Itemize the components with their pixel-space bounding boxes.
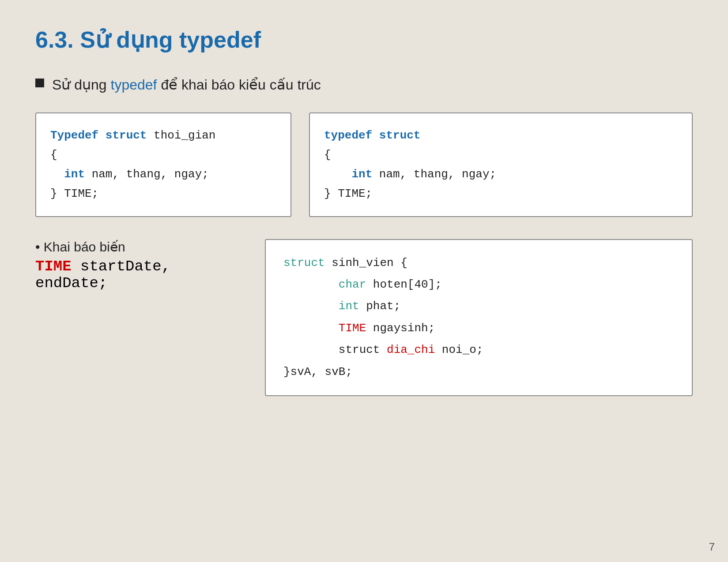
struct-line-1: struct sinh_vien { [283,252,674,274]
code-boxes-row: Typedef struct thoi_gian { int nam, than… [35,112,693,217]
time-label: TIME [35,258,72,275]
struct-line-6: }svA, svB; [283,361,674,383]
code-line-r2: { [324,145,678,165]
int-kw-left: int [64,168,85,181]
struct-line-3: int phat; [283,296,674,317]
int-kw-right: int [351,168,372,181]
page-number: 7 [709,541,715,553]
code-line-r3: int nam, thang, ngay; [324,165,678,184]
bullet-suffix: để khai báo kiểu cấu trúc [161,77,321,93]
khai-bao-code: TIME startDate, endDate; [35,258,247,292]
code-line-4: } TIME; [50,184,276,203]
code-line-3: int nam, thang, ngay; [50,165,276,184]
code-box-right: typedef struct { int nam, thang, ngay; }… [309,112,693,217]
code-line-1: Typedef struct thoi_gian [50,126,276,145]
struct-name-left: thoi_gian [147,129,215,142]
khai-bao-title: • Khai báo biến [35,239,247,255]
dia-chi-kw: dia_chi [387,343,435,356]
bullet-keyword: typedef [111,77,157,93]
struct-line-2: char hoten[40]; [283,274,674,296]
typedef-struct-kw-right: typedef struct [324,129,420,142]
bullet-point: Sử dụng typedef để khai báo kiểu cấu trú… [35,75,693,95]
typedef-struct-kw-left: Typedef struct [50,129,147,142]
struct-code-box: struct sinh_vien { char hoten[40]; int p… [265,239,693,396]
bullet-prefix: Sử dụng [52,77,107,93]
code-line-2: { [50,145,276,165]
struct-kw: struct [283,256,325,270]
code-box-left: Typedef struct thoi_gian { int nam, than… [35,112,291,217]
int-kw-struct: int [339,300,359,313]
struct-line-5: struct dia_chi noi_o; [283,339,674,361]
code-line-r1: typedef struct [324,126,678,145]
lower-section: • Khai báo biến TIME startDate, endDate;… [35,239,693,396]
bullet-square-icon [35,79,44,87]
char-kw: char [339,278,366,291]
code-line-r4: } TIME; [324,184,678,203]
slide-title: 6.3. Sử dụng typedef [35,26,693,53]
khai-bao-section: • Khai báo biến TIME startDate, endDate; [35,239,247,292]
bullet-text: Sử dụng typedef để khai báo kiểu cấu trú… [52,75,321,95]
time-kw-struct: TIME [339,322,366,335]
struct-line-4: TIME ngaysinh; [283,318,674,339]
